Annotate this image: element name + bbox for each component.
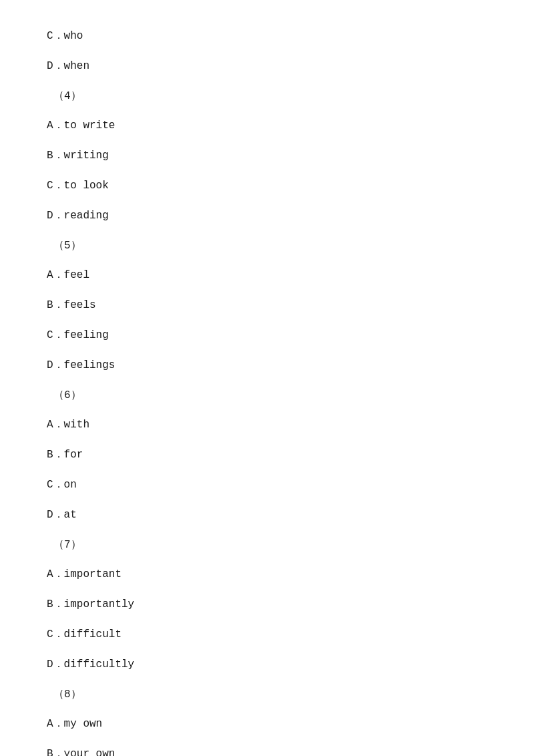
blank-line <box>47 496 487 506</box>
blank-line <box>47 47 487 57</box>
answer-option: A．important <box>47 565 487 584</box>
answer-option: A．feel <box>47 266 487 285</box>
answer-option: D．feelings <box>47 356 487 375</box>
answer-option: C．on <box>47 476 487 495</box>
blank-line <box>47 77 487 87</box>
answer-option: B．your own <box>47 745 487 756</box>
answer-option: C．difficult <box>47 625 487 644</box>
section-number: （7） <box>53 536 487 555</box>
blank-line <box>47 256 487 266</box>
answer-option: B．for <box>47 445 487 465</box>
section-number: （8） <box>53 685 487 705</box>
answer-option: D．at <box>47 506 487 525</box>
blank-line <box>47 227 487 236</box>
answer-option: C．to look <box>47 176 487 196</box>
answer-option: C．feeling <box>47 326 487 345</box>
blank-line <box>47 556 487 565</box>
answer-option: D．reading <box>47 206 487 226</box>
blank-line <box>47 526 487 536</box>
answer-option: D．when <box>47 57 487 76</box>
blank-line <box>47 466 487 476</box>
blank-line <box>47 197 487 206</box>
answer-option: B．feels <box>47 296 487 315</box>
blank-line <box>47 107 487 116</box>
blank-line <box>47 646 487 655</box>
section-number: （6） <box>53 386 487 405</box>
answer-option: C．who <box>47 27 487 46</box>
blank-line <box>47 287 487 296</box>
section-number: （5） <box>53 236 487 256</box>
blank-line <box>47 616 487 625</box>
answer-option: A．to write <box>47 116 487 136</box>
blank-line <box>47 705 487 715</box>
blank-line <box>47 436 487 445</box>
answer-option: A．my own <box>47 715 487 734</box>
blank-line <box>47 406 487 415</box>
answer-option: A．with <box>47 415 487 435</box>
answer-option: B．importantly <box>47 595 487 614</box>
answer-option: D．difficultly <box>47 655 487 675</box>
answer-option: B．writing <box>47 146 487 166</box>
blank-line <box>47 676 487 685</box>
blank-line <box>47 377 487 386</box>
blank-line <box>47 137 487 146</box>
blank-line <box>47 317 487 326</box>
blank-line <box>47 586 487 595</box>
blank-line <box>47 347 487 356</box>
blank-line <box>47 167 487 176</box>
page-content: C．whoD．when（4）A．to writeB．writingC．to lo… <box>0 0 534 756</box>
section-number: （4） <box>53 87 487 106</box>
blank-line <box>47 735 487 745</box>
